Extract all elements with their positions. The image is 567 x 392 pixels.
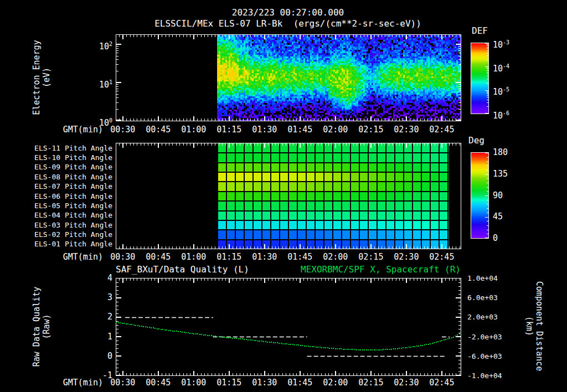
quality-tick-5: -1 bbox=[102, 371, 112, 380]
quality-title-left: SAF_BXuT/Data Quality (L) bbox=[116, 265, 249, 275]
energy-tick-1: 101 bbox=[99, 78, 112, 90]
time-tick-p3-5: 01:45 bbox=[287, 378, 312, 388]
quality-distance-plot bbox=[116, 278, 461, 376]
deg-colorbar-title: Deg bbox=[468, 136, 484, 146]
pitch-row-label-1: ELS-10 Pitch Angle bbox=[34, 153, 112, 162]
time-tick-p2-3: 01:15 bbox=[217, 252, 241, 262]
time-tick-p2-6: 02:00 bbox=[323, 252, 348, 262]
time-tick-p3-7: 02:15 bbox=[358, 378, 383, 388]
pitch-row-label-5: ELS-06 Pitch Angle bbox=[34, 192, 112, 200]
def-cb-tick-0: 10-3 bbox=[493, 38, 509, 50]
time-tick-p1-9: 02:45 bbox=[429, 125, 454, 135]
distance-tick-5: -1.0e+04 bbox=[467, 372, 502, 380]
energy-tick-2: 100 bbox=[99, 116, 112, 128]
time-tick-p2-4: 01:30 bbox=[252, 252, 277, 262]
quality-ylabel-units: (Raw) bbox=[42, 314, 51, 339]
time-tick-p3-6: 02:00 bbox=[323, 378, 348, 388]
pitch-row-label-2: ELS-09 Pitch Angle bbox=[34, 163, 112, 171]
time-tick-p1-1: 00:45 bbox=[146, 125, 171, 135]
def-cb-tick-1: 10-4 bbox=[493, 61, 509, 74]
gmt-axis-label-p1: GMT(min) bbox=[63, 125, 103, 135]
time-tick-p2-8: 02:30 bbox=[394, 252, 419, 262]
pitch-row-label-0: ELS-11 Pitch Angle bbox=[34, 144, 112, 152]
pitch-row-label-6: ELS-05 Pitch Angle bbox=[34, 202, 112, 210]
distance-tick-0: 1.0e+04 bbox=[467, 274, 498, 282]
spectrogram-ylabel-units: (eV) bbox=[42, 68, 51, 87]
time-tick-p3-4: 01:30 bbox=[252, 378, 277, 388]
pitch-row-label-8: ELS-03 Pitch Angle bbox=[34, 221, 112, 229]
time-tick-p2-0: 00:30 bbox=[110, 252, 135, 262]
spectrogram-ylabel: Electron Energy bbox=[32, 40, 42, 115]
energy-tick-0: 102 bbox=[99, 39, 112, 51]
pitch-row-label-7: ELS-04 Pitch Angle bbox=[34, 211, 112, 219]
distance-tick-1: 6.0e+03 bbox=[467, 293, 498, 302]
distance-tick-4: -6.0e+03 bbox=[467, 352, 502, 360]
deg-cb-tick-4: 0 bbox=[493, 234, 498, 243]
deg-colorbar bbox=[471, 152, 489, 239]
time-tick-p1-5: 01:45 bbox=[287, 125, 312, 135]
time-tick-p2-1: 00:45 bbox=[146, 252, 171, 262]
quality-title-right: MEXORBMC/SPF X, Spacecraft (R) bbox=[301, 265, 461, 275]
distance-ylabel-units: (km) bbox=[524, 316, 534, 336]
time-tick-p1-4: 01:30 bbox=[252, 125, 277, 135]
def-colorbar-title: DEF bbox=[472, 26, 488, 36]
els-science-display: 2023/223 00:27:00.000 ELSSCIL/MEx ELS-07… bbox=[0, 0, 567, 392]
time-tick-p3-2: 01:00 bbox=[181, 378, 206, 388]
electron-energy-spectrogram bbox=[116, 34, 461, 121]
deg-cb-tick-3: 45 bbox=[493, 212, 503, 221]
time-tick-p1-2: 01:00 bbox=[181, 125, 206, 135]
def-cb-tick-3: 10-6 bbox=[493, 109, 509, 121]
distance-tick-2: 2.0e+03 bbox=[467, 313, 498, 321]
time-tick-p2-2: 01:00 bbox=[181, 252, 206, 262]
time-tick-p1-3: 01:15 bbox=[217, 125, 241, 135]
def-cb-tick-2: 10-5 bbox=[493, 85, 509, 97]
def-colorbar bbox=[471, 43, 489, 114]
time-tick-p1-0: 00:30 bbox=[110, 125, 135, 135]
gmt-axis-label-p2: GMT(min) bbox=[63, 252, 103, 262]
quality-tick-4: 0 bbox=[107, 352, 112, 361]
pitch-angle-heatmap bbox=[116, 143, 461, 249]
quality-tick-2: 2 bbox=[107, 312, 112, 322]
time-tick-p2-5: 01:45 bbox=[287, 252, 312, 262]
page-title: 2023/223 00:27:00.000 bbox=[232, 8, 344, 18]
time-tick-p1-8: 02:30 bbox=[394, 125, 419, 135]
time-tick-p1-6: 02:00 bbox=[323, 125, 348, 135]
quality-ylabel: Raw Data Quality bbox=[32, 287, 42, 367]
time-tick-p3-1: 00:45 bbox=[146, 378, 171, 388]
time-tick-p3-0: 00:30 bbox=[110, 378, 135, 388]
time-tick-p3-9: 02:45 bbox=[429, 378, 454, 388]
page-subtitle: ELSSCIL/MEx ELS-07 LR-Bk (ergs/(cm**2-sr… bbox=[154, 19, 421, 29]
distance-tick-3: -2.0e+03 bbox=[467, 333, 502, 341]
pitch-row-label-10: ELS-01 Pitch Angle bbox=[34, 240, 112, 248]
time-tick-p3-3: 01:15 bbox=[217, 378, 241, 388]
quality-tick-1: 3 bbox=[107, 293, 112, 302]
time-tick-p2-9: 02:45 bbox=[429, 252, 454, 262]
quality-tick-3: 1 bbox=[107, 332, 112, 342]
deg-cb-tick-0: 180 bbox=[493, 148, 508, 157]
pitch-row-label-4: ELS-07 Pitch Angle bbox=[34, 182, 112, 190]
quality-tick-0: 4 bbox=[107, 274, 112, 283]
time-tick-p3-8: 02:30 bbox=[394, 378, 419, 388]
deg-cb-tick-2: 90 bbox=[493, 191, 503, 200]
time-tick-p1-7: 02:15 bbox=[358, 125, 383, 135]
pitch-row-label-3: ELS-08 Pitch Angle bbox=[34, 173, 112, 181]
pitch-row-label-9: ELS-02 Pitch Angle bbox=[34, 230, 112, 239]
distance-ylabel: Component Distance bbox=[534, 281, 544, 372]
gmt-axis-label-p3: GMT(min) bbox=[63, 378, 103, 388]
deg-cb-tick-1: 135 bbox=[493, 169, 508, 179]
time-tick-p2-7: 02:15 bbox=[358, 252, 383, 262]
